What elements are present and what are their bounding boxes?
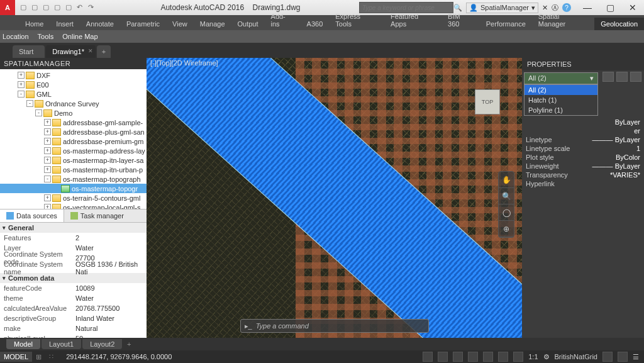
- open-icon[interactable]: ▢: [31, 3, 40, 12]
- add-tab-button[interactable]: +: [97, 45, 111, 58]
- prop-row[interactable]: Linetype scale1: [522, 144, 644, 153]
- status-icon-4[interactable]: [468, 352, 478, 362]
- command-line[interactable]: ▸_ Type a command: [240, 319, 429, 333]
- add-layout-button[interactable]: +: [123, 340, 135, 348]
- tree-expander[interactable]: +: [44, 157, 51, 164]
- selection-option[interactable]: All (2): [525, 85, 597, 95]
- status-icon-6[interactable]: [498, 352, 508, 362]
- snap-icon[interactable]: ∷: [45, 352, 57, 362]
- tree-row[interactable]: -Ordnance Survey: [0, 99, 147, 108]
- tree-expander[interactable]: +: [44, 128, 51, 135]
- prop-value[interactable]: ByLayer: [584, 118, 640, 126]
- layout-tab[interactable]: Layout2: [82, 339, 122, 349]
- status-icon-5[interactable]: [483, 352, 493, 362]
- status-icon-2[interactable]: [438, 352, 448, 362]
- drawing-canvas[interactable]: [-][Top][2D Wireframe] TOP ✋ 🔍 ◯ ⊕ ▸_ Ty…: [147, 58, 522, 338]
- redo-icon[interactable]: ↷: [88, 3, 97, 12]
- prop-value[interactable]: 20768.775500: [75, 304, 147, 312]
- prop-row[interactable]: physicalLevel50: [0, 333, 147, 338]
- ribbon-tab-performance[interactable]: Performance: [480, 18, 532, 30]
- ribbon-tab-parametric[interactable]: Parametric: [120, 18, 166, 30]
- ribbon-tab-output[interactable]: Output: [231, 18, 265, 30]
- viewcube[interactable]: TOP: [465, 83, 509, 127]
- selection-dropdown[interactable]: All (2) ▾ All (2)Hatch (1)Polyline (1): [524, 72, 598, 116]
- orbit-icon[interactable]: ◯: [499, 204, 514, 221]
- maximize-button[interactable]: ▢: [599, 1, 621, 14]
- ribbon-tab-view[interactable]: View: [166, 18, 194, 30]
- tree-row[interactable]: os-mastermap-topogr: [0, 184, 147, 193]
- pan-icon[interactable]: ✋: [499, 172, 514, 188]
- property-grid[interactable]: GeneralFeatures2LayerWaterCoordinate Sys…: [0, 223, 147, 338]
- prop-row[interactable]: descriptiveGroupInland Water: [0, 313, 147, 323]
- tree-expander[interactable]: +: [44, 119, 51, 126]
- status-icon-3[interactable]: [453, 352, 463, 362]
- doc-tab[interactable]: Start: [13, 45, 45, 58]
- prop-value[interactable]: 1: [584, 145, 640, 152]
- gear-icon[interactable]: ⚙: [543, 353, 550, 361]
- tree-expander[interactable]: +: [44, 166, 51, 173]
- ribbon-tab-bim-360[interactable]: BIM 360: [441, 10, 480, 30]
- tree-expander[interactable]: +: [44, 147, 51, 154]
- undo-icon[interactable]: ↶: [77, 3, 86, 12]
- tree-expander[interactable]: -: [35, 109, 42, 116]
- grid-icon[interactable]: ⊞: [32, 352, 45, 362]
- tree-row[interactable]: +os-terrain-5-contours-gml: [0, 193, 147, 203]
- prop-value[interactable]: Water: [75, 244, 147, 252]
- data-tree[interactable]: +DXF+E00-GML-Ordnance Survey-Demo+addres…: [0, 69, 147, 209]
- panel-tab-task-manager[interactable]: Task manager: [64, 209, 130, 222]
- status-icon-1[interactable]: [423, 352, 433, 362]
- tree-row[interactable]: +DXF: [0, 70, 147, 80]
- coord-system-label[interactable]: BritishNatGrid: [555, 353, 597, 360]
- prop-value[interactable]: [584, 180, 640, 187]
- tree-row[interactable]: -Demo: [0, 108, 147, 118]
- prop-row[interactable]: er: [522, 126, 644, 135]
- plot-icon[interactable]: ▢: [65, 3, 74, 12]
- ribbon-tab-geolocation[interactable]: Geolocation: [594, 18, 644, 30]
- prop-row[interactable]: featureCode10089: [0, 283, 147, 293]
- scale-label[interactable]: 1:1: [528, 353, 538, 360]
- ribbon-tab-express-tools[interactable]: Express Tools: [329, 10, 384, 30]
- tree-row[interactable]: -os-mastermap-topograph: [0, 174, 147, 184]
- save-icon[interactable]: ▢: [43, 3, 52, 12]
- tree-expander[interactable]: +: [44, 138, 51, 145]
- viewport-label[interactable]: [-][Top][2D Wireframe]: [150, 59, 218, 67]
- ribbon-panel-location[interactable]: Location: [3, 33, 29, 40]
- ribbon-tab-add-ins[interactable]: Add-ins: [265, 10, 301, 30]
- app-logo[interactable]: A: [0, 0, 15, 15]
- prop-row[interactable]: Hyperlink: [522, 179, 644, 188]
- prop-row[interactable]: Lineweight――― ByLayer: [522, 162, 644, 170]
- ribbon-tab-home[interactable]: Home: [19, 18, 50, 30]
- tree-row[interactable]: +addressbase-gml-sample-: [0, 118, 147, 127]
- tree-row[interactable]: +os-vectormap-local-gml-s: [0, 203, 147, 209]
- prop-value[interactable]: er: [584, 127, 640, 135]
- prop-value[interactable]: Water: [75, 294, 147, 302]
- tree-row[interactable]: +addressbase-plus-gml-san: [0, 127, 147, 137]
- ribbon-panel-online-map[interactable]: Online Map: [62, 33, 97, 40]
- prop-value[interactable]: 2: [75, 234, 147, 242]
- prop-value[interactable]: *VARIES*: [584, 171, 640, 179]
- saveas-icon[interactable]: ▢: [54, 3, 63, 12]
- tree-expander[interactable]: +: [18, 72, 25, 79]
- layout-tab[interactable]: Model: [6, 339, 40, 349]
- prop-row[interactable]: themeWater: [0, 293, 147, 303]
- new-icon[interactable]: ▢: [20, 3, 29, 12]
- tree-expander[interactable]: +: [44, 194, 51, 201]
- selectobj-icon[interactable]: [630, 72, 641, 82]
- ribbon-panel-tools[interactable]: Tools: [38, 33, 54, 40]
- quickselect-icon[interactable]: [602, 72, 614, 82]
- prop-value[interactable]: ――― ByLayer: [584, 136, 640, 143]
- selection-option[interactable]: Hatch (1): [525, 95, 597, 105]
- prop-row[interactable]: Transparency*VARIES*: [522, 170, 644, 179]
- selection-options[interactable]: All (2)Hatch (1)Polyline (1): [524, 84, 598, 116]
- viewcube-face[interactable]: TOP: [475, 89, 500, 114]
- panel-tab-data-sources[interactable]: Data sources: [0, 209, 64, 222]
- ribbon-tab-insert[interactable]: Insert: [50, 18, 80, 30]
- prop-value[interactable]: Natural: [75, 325, 147, 332]
- ribbon-tab-manage[interactable]: Manage: [194, 18, 231, 30]
- zoom-icon[interactable]: 🔍: [499, 188, 514, 204]
- prop-value[interactable]: ――― ByLayer: [584, 162, 640, 170]
- steering-icon[interactable]: ⊕: [499, 221, 514, 237]
- model-button[interactable]: MODEL: [0, 352, 32, 362]
- prop-value[interactable]: OSGB 1936 / British Nati: [75, 260, 147, 276]
- close-button[interactable]: ✕: [621, 1, 644, 14]
